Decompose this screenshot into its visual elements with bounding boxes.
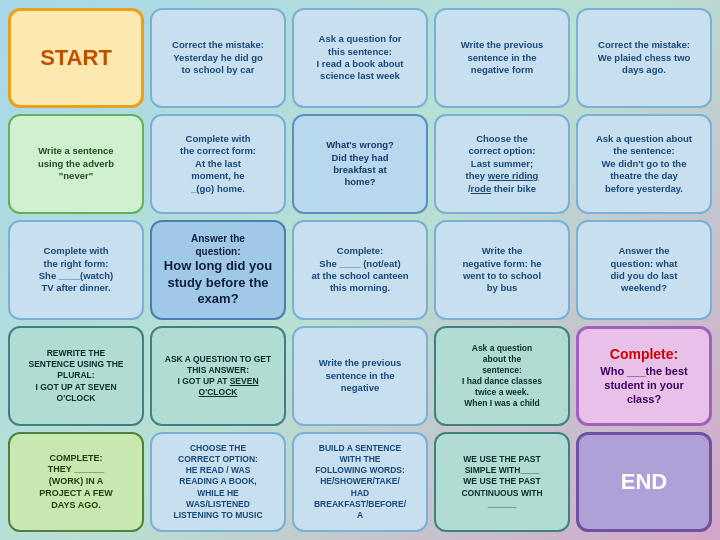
cell-r4c4: Ask a question about the sentence: I had… xyxy=(434,326,570,426)
cell-r5c3: BUILD A SENTENCE WITH THE FOLLOWING WORD… xyxy=(292,432,428,532)
cell-r3c4-text: Write the negative form: he went to to s… xyxy=(462,245,541,294)
cell-r4c3-text: Write the previous sentence in the negat… xyxy=(319,357,402,394)
cell-r2c2-text: Complete with the correct form: At the l… xyxy=(180,133,256,195)
cell-r1c5-text: Correct the mistake: We plaied chess two… xyxy=(598,39,691,76)
start-label: START xyxy=(40,44,112,73)
cell-r3c5: Answer the question: what did you do las… xyxy=(576,220,712,320)
cell-r4c3: Write the previous sentence in the negat… xyxy=(292,326,428,426)
cell-r3c5-text: Answer the question: what did you do las… xyxy=(610,245,677,294)
cell-r2c4: Choose thecorrect option:Last summer;the… xyxy=(434,114,570,214)
cell-r5c4-text: WE USE THE PAST SIMPLE WITH____ WE USE T… xyxy=(461,454,542,509)
cell-r2c1-text: Write a sentence using the adverb "never… xyxy=(38,145,114,182)
cell-r5c2-text: CHOOSE THE CORRECT OPTION: HE READ / WAS… xyxy=(173,443,262,520)
cell-r1c2: Correct the mistake: Yesterday he did go… xyxy=(150,8,286,108)
cell-r1c4-text: Write the previous sentence in the negat… xyxy=(461,39,544,76)
cell-r2c5-text: Ask a question about the sentence: We di… xyxy=(596,133,692,195)
cell-r2c3: What's wrong? Did they had breakfast at … xyxy=(292,114,428,214)
cell-r4c5: Complete:Who ___the beststudent in yourc… xyxy=(576,326,712,426)
cell-r5c2: CHOOSE THE CORRECT OPTION: HE READ / WAS… xyxy=(150,432,286,532)
cell-r4c1-text: REWRITE THE SENTENCE USING THE PLURAL: I… xyxy=(29,348,124,403)
cell-r1c3-text: Ask a question for this sentence: I read… xyxy=(316,33,403,82)
cell-r4c1: REWRITE THE SENTENCE USING THE PLURAL: I… xyxy=(8,326,144,426)
cell-r4c5-text: Complete:Who ___the beststudent in yourc… xyxy=(600,345,687,406)
cell-r5c3-text: BUILD A SENTENCE WITH THE FOLLOWING WORD… xyxy=(314,443,406,520)
cell-r4c2: ASK A QUESTION TO GETTHIS ANSWER:I GOT U… xyxy=(150,326,286,426)
start-cell: START xyxy=(8,8,144,108)
end-label: END xyxy=(621,468,667,497)
cell-r4c4-text: Ask a question about the sentence: I had… xyxy=(462,343,542,409)
cell-r5c4: WE USE THE PAST SIMPLE WITH____ WE USE T… xyxy=(434,432,570,532)
cell-r2c1: Write a sentence using the adverb "never… xyxy=(8,114,144,214)
cell-r2c3-text: What's wrong? Did they had breakfast at … xyxy=(326,139,394,188)
cell-r2c4-text: Choose thecorrect option:Last summer;the… xyxy=(466,133,539,195)
cell-r3c4: Write the negative form: he went to to s… xyxy=(434,220,570,320)
cell-r1c3: Ask a question for this sentence: I read… xyxy=(292,8,428,108)
cell-r1c5: Correct the mistake: We plaied chess two… xyxy=(576,8,712,108)
cell-r3c3-text: Complete: She ____ (not/eat) at the scho… xyxy=(311,245,408,294)
cell-r3c2-text: Answer thequestion:How long did you stud… xyxy=(164,232,272,309)
cell-r2c5: Ask a question about the sentence: We di… xyxy=(576,114,712,214)
cell-r1c4: Write the previous sentence in the negat… xyxy=(434,8,570,108)
cell-r5c1: COMPLETE: THEY ______ (WORK) IN A PROJEC… xyxy=(8,432,144,532)
game-board: START Correct the mistake: Yesterday he … xyxy=(8,8,712,532)
cell-r3c1: Complete with the right form: She ____(w… xyxy=(8,220,144,320)
cell-r4c2-text: ASK A QUESTION TO GETTHIS ANSWER:I GOT U… xyxy=(165,354,271,398)
cell-r5c1-text: COMPLETE: THEY ______ (WORK) IN A PROJEC… xyxy=(39,453,112,511)
cell-r3c1-text: Complete with the right form: She ____(w… xyxy=(39,245,113,294)
cell-r3c2: Answer thequestion:How long did you stud… xyxy=(150,220,286,320)
cell-r1c2-text: Correct the mistake: Yesterday he did go… xyxy=(172,39,264,76)
end-cell: END xyxy=(576,432,712,532)
cell-r2c2: Complete with the correct form: At the l… xyxy=(150,114,286,214)
cell-r3c3: Complete: She ____ (not/eat) at the scho… xyxy=(292,220,428,320)
